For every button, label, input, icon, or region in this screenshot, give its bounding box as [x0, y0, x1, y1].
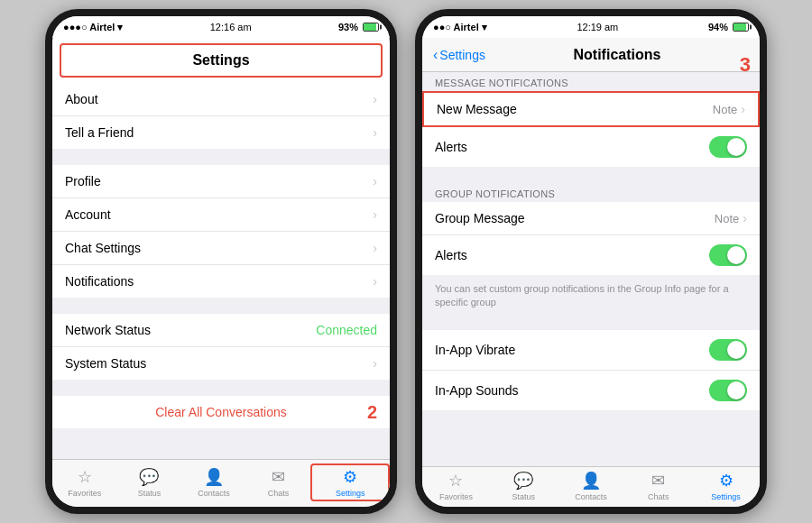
gap-2 [52, 299, 390, 314]
phone-notifications: ●●○ Airtel ▾ 12:19 am 94% ‹ Settings Not… [415, 9, 767, 514]
new-message-right: Note › [713, 102, 745, 116]
chat-chevron: › [373, 241, 377, 255]
tab-status-2[interactable]: 💬 Status [490, 471, 558, 501]
settings-label-tab-1: Settings [336, 489, 365, 498]
new-message-note: Note [713, 103, 737, 116]
battery-text-1: 93% [338, 22, 358, 32]
gap-n1 [422, 169, 760, 183]
network-label: Network Status [65, 323, 151, 337]
nav-title-text: Notifications [574, 47, 661, 62]
inapp-sounds-toggle[interactable] [709, 380, 747, 401]
settings-icon-2: ⚙ [719, 471, 734, 491]
msg-section-header: MESSAGE NOTIFICATIONS [422, 72, 760, 91]
section-network: Network Status Connected System Status › [52, 314, 390, 380]
chats-icon-2: ✉ [651, 471, 665, 491]
msg-alerts-item[interactable]: Alerts [422, 127, 760, 167]
status-bar-1: ●●●○ Airtel ▾ 12:16 am 93% [52, 16, 390, 38]
notifications-chevron: › [373, 274, 377, 289]
badge-number-3: 3 [740, 53, 751, 77]
settings-label-tab-2: Settings [711, 492, 741, 501]
settings-item-network[interactable]: Network Status Connected [52, 314, 390, 347]
contacts-icon-2: 👤 [581, 471, 601, 491]
tab-bar-2: ☆ Favorites 💬 Status 👤 Contacts ✉ Chats … [422, 466, 760, 507]
status-label-2: Status [512, 492, 535, 501]
inapp-vibrate-toggle[interactable] [709, 339, 747, 361]
favorites-label-1: Favorites [68, 489, 101, 498]
chats-icon-1: ✉ [272, 467, 285, 487]
section-clear: Clear All Conversations 2 [52, 396, 390, 428]
section-profile: Profile › Account › Chat Settings › Noti… [52, 165, 390, 298]
chats-label-1: Chats [268, 489, 290, 498]
settings-item-account[interactable]: Account › [52, 198, 390, 232]
phone-settings: ●●●○ Airtel ▾ 12:16 am 93% Settings Abou… [45, 9, 397, 514]
nav-title-notifications: Notifications [485, 47, 749, 63]
tab-chats-1[interactable]: ✉ Chats [246, 467, 311, 498]
notifications-label: Notifications [65, 274, 134, 289]
tab-contacts-2[interactable]: 👤 Contacts [558, 471, 625, 501]
section-about: About › Tell a Friend › [52, 83, 390, 149]
settings-item-notifications[interactable]: Notifications › [52, 265, 390, 298]
back-button[interactable]: ‹ Settings [433, 48, 485, 62]
battery-icon-1 [363, 23, 379, 32]
tab-favorites-1[interactable]: ☆ Favorites [52, 467, 117, 498]
status-time-1: 12:16 am [210, 22, 252, 32]
status-right-2: 94% [708, 22, 749, 32]
battery-icon-2 [733, 23, 749, 32]
favorites-icon-1: ☆ [78, 467, 92, 487]
group-message-item[interactable]: Group Message Note › [422, 202, 760, 235]
tab-status-1[interactable]: 💬 Status [117, 467, 182, 498]
settings-icon-1: ⚙ [343, 467, 357, 487]
status-time-2: 12:19 am [577, 22, 618, 32]
settings-item-friend[interactable]: Tell a Friend › [52, 116, 390, 149]
inapp-sounds-label: In-App Sounds [435, 383, 519, 398]
new-message-label: New Message [437, 102, 517, 116]
grp-alerts-toggle[interactable] [709, 244, 747, 266]
grp-section-header: GROUP NOTIFICATIONS [422, 183, 760, 202]
contacts-icon-1: 👤 [204, 467, 224, 487]
tab-chats-2[interactable]: ✉ Chats [624, 471, 692, 501]
group-message-right: Note › [715, 211, 747, 225]
contacts-label-1: Contacts [198, 489, 230, 498]
favorites-icon-2: ☆ [448, 471, 463, 491]
grp-section: Group Message Note › Alerts [422, 202, 760, 275]
settings-item-system[interactable]: System Status › [52, 347, 390, 380]
about-chevron: › [373, 92, 377, 106]
group-message-label: Group Message [435, 211, 525, 225]
notifications-content: MESSAGE NOTIFICATIONS New Message Note ›… [422, 72, 760, 466]
profile-chevron: › [373, 174, 377, 188]
friend-chevron: › [373, 125, 377, 140]
settings-item-profile[interactable]: Profile › [52, 165, 390, 198]
chat-label: Chat Settings [65, 241, 141, 255]
grp-alerts-item[interactable]: Alerts [422, 235, 760, 275]
tab-bar-1: ☆ Favorites 💬 Status 👤 Contacts ✉ Chats … [52, 459, 390, 507]
inapp-sounds-item[interactable]: In-App Sounds [422, 371, 760, 410]
status-right-1: 93% [338, 22, 379, 32]
status-icon-2: 💬 [513, 471, 533, 491]
badge-number-2: 2 [367, 402, 377, 423]
settings-item-chat[interactable]: Chat Settings › [52, 232, 390, 265]
grp-alerts-label: Alerts [435, 248, 467, 262]
contacts-label-2: Contacts [575, 492, 607, 501]
tab-contacts-1[interactable]: 👤 Contacts [181, 467, 246, 498]
chats-label-2: Chats [648, 492, 669, 501]
tab-settings-1[interactable]: ⚙ Settings [310, 463, 390, 501]
tab-favorites-2[interactable]: ☆ Favorites [422, 471, 490, 501]
settings-item-about[interactable]: About › [52, 83, 390, 116]
friend-label: Tell a Friend [65, 125, 134, 140]
favorites-label-2: Favorites [439, 492, 473, 501]
clear-label: Clear All Conversations [65, 405, 377, 419]
nav-bar-2: ‹ Settings Notifications 3 [422, 38, 760, 72]
inapp-vibrate-item[interactable]: In-App Vibrate [422, 330, 760, 371]
system-chevron: › [373, 356, 377, 371]
settings-title-box: Settings [60, 43, 383, 78]
signal-carrier-1: ●●●○ Airtel ▾ [63, 22, 123, 33]
msg-alerts-label: Alerts [435, 140, 467, 154]
new-message-chevron: › [741, 102, 745, 116]
group-message-chevron: › [743, 211, 747, 225]
msg-alerts-toggle[interactable] [709, 136, 747, 158]
account-label: Account [65, 207, 111, 222]
status-icon-1: 💬 [139, 467, 159, 487]
tab-settings-2[interactable]: ⚙ Settings [692, 471, 760, 501]
new-message-item[interactable]: New Message Note › [422, 91, 760, 127]
clear-item[interactable]: Clear All Conversations 2 [52, 396, 390, 428]
